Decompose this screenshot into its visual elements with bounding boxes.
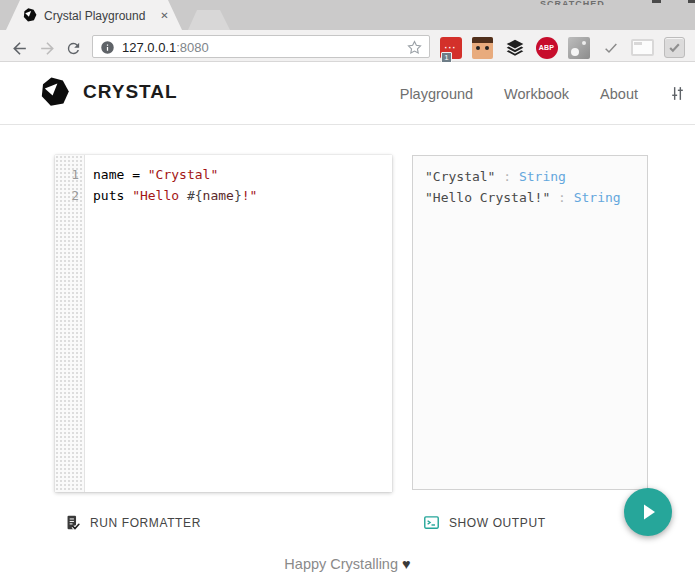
browser-window: SCRATCHED Crystal Playground ✕ 127.0.0.1… bbox=[0, 0, 695, 583]
line-number: 1 bbox=[55, 164, 84, 185]
avatar-extension-icon[interactable] bbox=[471, 36, 494, 59]
new-tab-button[interactable] bbox=[188, 10, 230, 30]
checkbox-extension-icon[interactable] bbox=[663, 36, 686, 59]
clipped-background-text: SCRATCHED bbox=[540, 0, 670, 5]
nav-playground[interactable]: Playground bbox=[400, 86, 473, 102]
reload-button[interactable] bbox=[62, 37, 84, 59]
show-output-button[interactable]: SHOW OUTPUT bbox=[423, 514, 546, 531]
output-line: "Hello Crystal!" : String bbox=[425, 187, 635, 208]
adblock-plus-extension-icon[interactable]: ABP bbox=[535, 36, 558, 59]
back-button[interactable] bbox=[8, 37, 30, 59]
tab-strip: SCRATCHED Crystal Playground ✕ bbox=[0, 0, 695, 30]
run-formatter-button[interactable]: RUN FORMATTER bbox=[64, 514, 201, 531]
site-header: CRYSTAL Playground Workbook About bbox=[0, 62, 695, 125]
code-editor[interactable]: 1 2 name = "Crystal" puts "Hello #{name}… bbox=[55, 155, 392, 492]
code-area[interactable]: name = "Crystal" puts "Hello #{name}!" bbox=[85, 155, 392, 492]
brand-name: CRYSTAL bbox=[83, 81, 178, 103]
code-line-2: puts "Hello #{name}!" bbox=[93, 185, 386, 206]
tune-settings-icon[interactable] bbox=[669, 85, 686, 102]
terminal-icon bbox=[423, 514, 440, 531]
run-play-button[interactable] bbox=[624, 488, 672, 536]
output-panel: "Crystal" : String "Hello Crystal!" : St… bbox=[412, 155, 648, 490]
address-bar[interactable]: 127.0.0.1:8080 bbox=[92, 35, 430, 58]
output-line: "Crystal" : String bbox=[425, 166, 635, 187]
nav-workbook[interactable]: Workbook bbox=[504, 86, 569, 102]
play-icon bbox=[636, 500, 660, 524]
url-port: :8080 bbox=[176, 40, 209, 55]
url-host: 127.0.0.1 bbox=[122, 40, 176, 55]
photo-extension-icon[interactable] bbox=[567, 36, 590, 59]
forward-button[interactable] bbox=[36, 37, 58, 59]
layers-extension-icon[interactable] bbox=[503, 36, 526, 59]
checkmark-extension-icon[interactable] bbox=[599, 36, 622, 59]
footer: Happy Crystalling ♥ bbox=[0, 556, 695, 572]
bookmark-star-icon[interactable] bbox=[406, 39, 423, 60]
main-nav: Playground Workbook About bbox=[400, 62, 686, 125]
line-number: 2 bbox=[55, 185, 84, 206]
code-line-1: name = "Crystal" bbox=[93, 164, 386, 185]
run-formatter-label: RUN FORMATTER bbox=[90, 516, 201, 530]
line-number-gutter: 1 2 bbox=[55, 155, 85, 492]
browser-tab[interactable]: Crystal Playground ✕ bbox=[6, 0, 182, 30]
crystal-logo[interactable]: CRYSTAL bbox=[40, 77, 178, 107]
nav-about[interactable]: About bbox=[600, 86, 638, 102]
heart-icon[interactable]: ♥ bbox=[402, 556, 411, 572]
page-info-icon[interactable] bbox=[100, 40, 115, 59]
clipped-window-control bbox=[652, 0, 661, 3]
crystal-favicon-icon bbox=[23, 8, 37, 26]
window-layout-extension-icon[interactable] bbox=[631, 36, 654, 59]
url-text: 127.0.0.1:8080 bbox=[122, 40, 209, 55]
clipped-window-control bbox=[688, 0, 695, 3]
footer-text: Happy Crystalling bbox=[284, 556, 402, 572]
crystal-logo-icon bbox=[40, 77, 70, 107]
password-manager-extension-icon[interactable]: ··· 1 bbox=[439, 36, 462, 59]
tab-close-icon[interactable]: ✕ bbox=[157, 8, 172, 23]
show-output-label: SHOW OUTPUT bbox=[449, 516, 546, 530]
tab-title: Crystal Playground bbox=[44, 9, 145, 23]
extension-icons: ··· 1 ABP bbox=[439, 36, 686, 59]
formatter-icon bbox=[64, 514, 81, 531]
